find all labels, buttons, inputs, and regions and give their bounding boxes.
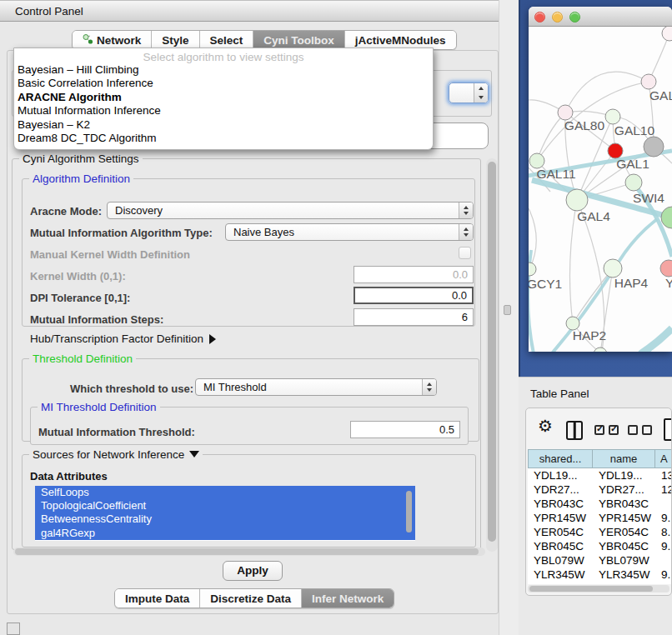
close-light-icon[interactable]: [534, 12, 545, 22]
table-cell: 9.: [655, 568, 672, 582]
which-threshold-label: Which threshold to use:: [70, 382, 193, 395]
kernel-width-field[interactable]: 0.0: [354, 266, 474, 283]
algorithm-option[interactable]: Mutual Information Inference: [14, 104, 433, 118]
network-node-label: GAL4: [577, 209, 610, 223]
data-attributes-list[interactable]: SelfLoopsTopologicalCoefficientBetweenne…: [35, 486, 415, 541]
tab-jactivemnodules[interactable]: jActiveMNodules: [344, 31, 456, 49]
table-row[interactable]: YLR345WYLR345W9.: [528, 568, 672, 582]
network-node[interactable]: [604, 259, 622, 278]
manual-kernel-checkbox[interactable]: [459, 247, 471, 259]
network-node[interactable]: [529, 262, 536, 276]
network-node-label: GAL80: [564, 118, 605, 132]
network-node-label: HAP2: [573, 328, 607, 342]
node-table: shared...nameA YDL19...YDL19...13YDR27..…: [528, 449, 672, 584]
network-node[interactable]: [644, 137, 664, 157]
network-edge[interactable]: [573, 268, 613, 323]
which-threshold-combobox[interactable]: MI Threshold: [195, 378, 437, 396]
table-cell: YDL19...: [593, 468, 655, 482]
minimize-light-icon[interactable]: [552, 12, 563, 22]
network-node[interactable]: [594, 348, 607, 352]
gear-icon[interactable]: ⚙: [538, 416, 553, 436]
panel-splitter[interactable]: [499, 0, 519, 635]
select-all-icon[interactable]: [594, 425, 604, 435]
table-row[interactable]: YBL079WYBL079W: [528, 553, 672, 568]
data-attribute-item[interactable]: BetweennessCentrality: [35, 512, 415, 526]
attr-list-scrollbar-thumb[interactable]: [406, 491, 412, 532]
network-node[interactable]: [605, 109, 620, 124]
apply-button[interactable]: Apply: [223, 561, 283, 581]
algorithm-combobox-fragment[interactable]: [449, 82, 489, 103]
settings-vertical-scrollbar-thumb[interactable]: [488, 162, 496, 542]
table-cell: YLR345W: [528, 568, 593, 582]
table-column-header[interactable]: A: [655, 449, 672, 468]
deselect-all-icon-2[interactable]: [642, 425, 652, 435]
table-panel-title: Table Panel: [530, 388, 589, 400]
hub-definition-disclosure[interactable]: Hub/Transcription Factor Definition: [30, 332, 216, 345]
algorithm-option[interactable]: Dream8 DC_TDC Algorithm: [14, 132, 433, 145]
disclosure-down-icon: [189, 451, 199, 458]
table-column-header[interactable]: shared...: [528, 449, 593, 468]
algorithm-option[interactable]: Basic Correlation Inference: [14, 77, 433, 90]
tab-infer-network[interactable]: Infer Network: [301, 589, 394, 608]
table-cell: 12: [655, 482, 672, 497]
select-all-icon-2[interactable]: [609, 425, 619, 435]
deselect-all-icon[interactable]: [628, 425, 638, 435]
table-row[interactable]: YBR043CYBR043C: [528, 497, 672, 511]
table-cell: YDR27...: [593, 482, 655, 497]
data-attribute-item[interactable]: TopologicalCoefficient: [35, 499, 415, 512]
network-node[interactable]: [662, 27, 672, 41]
tab-style[interactable]: Style: [151, 31, 198, 49]
zoom-light-icon[interactable]: [569, 12, 580, 22]
collapsed-panel-grip[interactable]: [7, 622, 20, 635]
table-row[interactable]: YBR045CYBR045C9.: [528, 539, 672, 553]
table-row[interactable]: YPR145WYPR145W9.: [528, 511, 672, 525]
algorithm-option[interactable]: ARACNE Algorithm: [14, 91, 433, 104]
tab-discretize-data[interactable]: Discretize Data: [199, 589, 301, 608]
tab-label: Select: [210, 34, 243, 47]
network-node[interactable]: [660, 260, 672, 277]
algorithm-option[interactable]: Bayesian – K2: [14, 118, 433, 132]
settings-horizontal-scrollbar-thumb[interactable]: [15, 548, 479, 555]
network-node[interactable]: [625, 174, 642, 191]
network-node[interactable]: [641, 74, 656, 89]
table-horizontal-scrollbar-thumb[interactable]: [529, 586, 653, 592]
network-edge-thick[interactable]: [640, 328, 672, 352]
data-attribute-item[interactable]: SelfLoops: [35, 486, 415, 499]
dpi-tolerance-field[interactable]: 0.0: [354, 287, 474, 304]
network-edge[interactable]: [565, 72, 649, 112]
which-threshold-value: MI Threshold: [203, 381, 267, 393]
tab-network[interactable]: Network: [73, 31, 151, 49]
tab-select[interactable]: Select: [199, 31, 253, 49]
combo-arrows-icon: [422, 379, 436, 395]
table-row[interactable]: YDL19...YDL19...13: [528, 468, 672, 482]
table-column-header[interactable]: name: [593, 449, 655, 468]
network-edge-thick[interactable]: [614, 219, 657, 269]
tab-label: Impute Data: [125, 592, 189, 605]
network-node[interactable]: [661, 207, 672, 228]
columns-icon[interactable]: [566, 421, 583, 440]
network-canvas[interactable]: GALGAL80GAL10GAL1GAL11SWI4GAL4GCY1HAP4YH…: [529, 27, 672, 352]
data-attribute-item[interactable]: gal4RGexp: [35, 527, 415, 540]
mi-threshold-field[interactable]: 0.5: [350, 421, 460, 438]
cyni-bottom-tabbar: Impute DataDiscretize DataInfer Network: [114, 588, 394, 608]
mi-steps-field[interactable]: 6: [354, 308, 474, 326]
table-row[interactable]: YER054CYER054C8.: [528, 525, 672, 539]
table-cell: YDL19...: [528, 468, 593, 482]
table-row[interactable]: YIL052CYIL052C9.: [528, 582, 672, 584]
tab-label: Style: [162, 34, 188, 47]
tab-impute-data[interactable]: Impute Data: [115, 589, 199, 608]
table-cell: [655, 553, 672, 568]
control-panel-titlebar: Control Panel ✖: [0, 0, 523, 22]
tab-cyni-toolbox[interactable]: Cyni Toolbox: [253, 31, 344, 49]
mi-type-value: Naive Bayes: [233, 226, 294, 238]
table-row[interactable]: YDR27...YDR27...12: [528, 482, 672, 497]
network-edge[interactable]: [537, 112, 565, 161]
network-edge[interactable]: [569, 200, 577, 323]
aracne-mode-combobox[interactable]: Discovery: [107, 202, 474, 219]
algorithm-option[interactable]: Bayesian – Hill Climbing: [14, 63, 433, 77]
document-icon[interactable]: [664, 418, 672, 441]
network-node[interactable]: [566, 189, 588, 211]
splitter-handle-icon[interactable]: [504, 305, 511, 315]
network-window-titlebar[interactable]: [529, 7, 672, 27]
mi-type-combobox[interactable]: Naive Bayes: [225, 223, 474, 241]
